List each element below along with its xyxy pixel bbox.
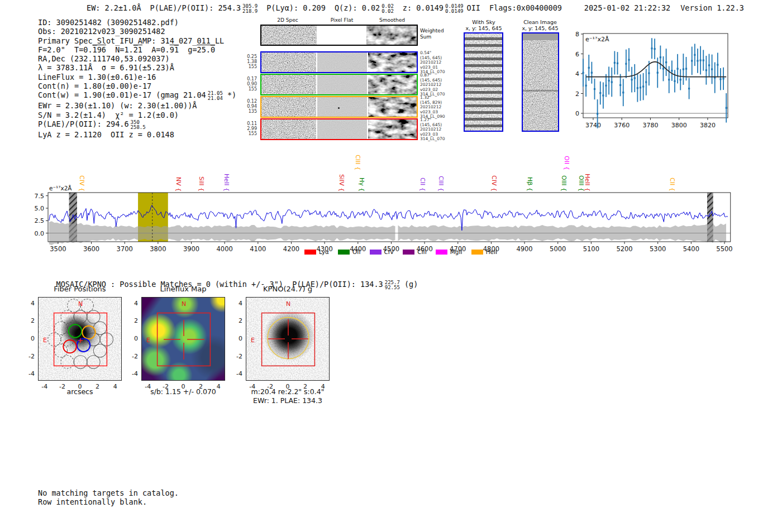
- fiber-positions-panel: NE: [38, 297, 122, 381]
- obs-line: Obs: 20210212v023_3090251482: [38, 27, 236, 36]
- legend-item: OII: [338, 248, 360, 255]
- panel-y-tick: -2: [127, 353, 138, 360]
- qz-errors: 0.020.02: [382, 4, 394, 14]
- panel-x-tick: -4: [140, 383, 156, 390]
- cont-n-line: Cont(n) = 1.80(±0.00)e-17: [38, 82, 236, 90]
- weighted-smoothed-image: [366, 26, 417, 45]
- cutout-col-title-2dspec: 2D Spec: [263, 17, 313, 23]
- legend-item: MgII: [436, 248, 462, 255]
- panel-y-tick: 2: [231, 317, 242, 324]
- compass-north-label: N: [78, 300, 83, 308]
- inset-spectrum-chart: 3740376037803800382002468e⁻¹⁷x2Å: [569, 29, 736, 132]
- plae-poii-line: P(LAE)/P(OII): 294.6350258.5: [38, 119, 236, 130]
- inset-x-tick: 3780: [642, 122, 658, 129]
- panel-y-tick: 0: [23, 335, 35, 342]
- pixelflat-image: [317, 119, 366, 139]
- report-datetime: 2025-01-02 21:22:32: [584, 3, 670, 12]
- header-qz: Q(z): 0.020.020.02: [335, 3, 394, 12]
- wavelength-line: λ = 3783.11Å σ = 6.91(±5.23)Å: [38, 63, 236, 72]
- cutout-row: [260, 74, 418, 95]
- fiber-circle: [93, 344, 106, 357]
- compass-east-label: E: [146, 337, 150, 344]
- cutout-row-left-metrics: 0.112.99155: [242, 121, 257, 136]
- panel-y-tick: 4: [231, 300, 242, 307]
- panel-x-tick: 4: [315, 383, 331, 390]
- 2dspec-image: [261, 97, 316, 117]
- weighted-2dspec-image: [261, 26, 317, 45]
- spectrum-y-tick: 2.5: [35, 217, 45, 224]
- cutout-row-exposure-label: 1.32"(145, 829)20210212v023_03314_LL_090: [420, 95, 456, 119]
- report-version: Version 1.22.3: [680, 3, 744, 12]
- legend-label: CIII: [417, 248, 427, 255]
- legend-label: HeII: [486, 248, 498, 255]
- with-sky-title: With Skyx, y: 145, 645: [456, 19, 512, 31]
- header-ew: EW: 2.2±1.0Å: [87, 3, 141, 12]
- inset-y-tick: 4: [575, 70, 579, 78]
- inset-y-tick: 2: [575, 90, 579, 98]
- header-plya: P(Lyα): 0.209: [266, 3, 326, 12]
- kpno-panel: NE: [246, 297, 330, 381]
- inset-x-tick: 3760: [614, 122, 630, 129]
- clean-top-band: [523, 33, 558, 40]
- panel-y-tick: 2: [23, 317, 35, 324]
- panel-x-tick: -4: [245, 383, 260, 390]
- kpno-xlabel2: EWr: 1. PLAE: 134.3: [226, 396, 349, 405]
- spectrum-x-tick: 5200: [616, 245, 632, 253]
- seeing-line: F=2.0" T=0.196 N=1.21 A=0.91 g=25.0: [38, 45, 236, 54]
- fiber-circle: [54, 322, 67, 334]
- legend-swatch: [304, 250, 316, 255]
- id-line: ID: 3090251482 (3090251482.pdf): [38, 18, 236, 27]
- panel-y-tick: -2: [231, 353, 242, 360]
- header-metrics: EW: 2.2±1.0ÅP(LAE)/P(OII): 254.3305.9218…: [87, 3, 571, 14]
- with-sky-panel: [464, 32, 503, 132]
- header-plae: P(LAE)/P(OII): 254.3305.9218.9: [150, 3, 258, 12]
- panel-x-tick: 2: [298, 383, 313, 390]
- smoothed-image: [368, 52, 417, 72]
- redshift-line: LyA z = 2.1120 OII z = 0.0148: [38, 130, 236, 139]
- header-meta: 2025-01-02 21:22:32Version 1.22.3: [584, 3, 744, 12]
- legend-label: Lyα: [319, 248, 329, 255]
- spectrum-x-tick: 3600: [83, 245, 99, 253]
- catalog-note-line2: Row intentionally blank.: [38, 498, 179, 507]
- panel-x-tick: 2: [193, 383, 209, 390]
- inset-y-tick: 6: [575, 51, 579, 58]
- info-block: ID: 3090251482 (3090251482.pdf) Obs: 202…: [38, 18, 236, 139]
- legend-item: CIV: [370, 248, 394, 255]
- spectrum-x-tick: 3700: [117, 245, 133, 253]
- panel-x-tick: -2: [262, 383, 278, 390]
- inset-y-tick: 0: [575, 110, 579, 117]
- fiber-circle: [61, 356, 74, 368]
- cutout-row-exposure-label: 0.87"(145, 645)20210212v023_02314_LL_070: [420, 73, 456, 97]
- cutout-row: [260, 51, 418, 73]
- smoothed-image: [368, 119, 417, 139]
- cutout-row: [260, 118, 418, 140]
- spectrum-legend: LyαOIICIVCIIIMgIIHeII: [304, 248, 497, 255]
- plae2-errors: 350258.5: [131, 120, 146, 130]
- sky-lines-overlay: [465, 33, 502, 131]
- legend-label: OII: [352, 248, 360, 255]
- cutout-row: [260, 96, 418, 118]
- spectrum-x-tick: 3800: [150, 245, 166, 253]
- inset-x-tick: 3740: [585, 122, 601, 129]
- spectrum-y-tick: 0.0: [35, 230, 45, 237]
- panel-x-tick: 2: [90, 383, 106, 390]
- spectrum-x-tick: 4000: [217, 245, 233, 253]
- gmag-errors: 21.0521.04: [208, 91, 223, 101]
- kpno-overlay: NE: [246, 298, 329, 380]
- catalog-note: No matching targets in catalog. Row inte…: [38, 489, 179, 506]
- plae-errors: 305.9218.9: [242, 4, 258, 14]
- clean-image-panel: [522, 32, 559, 132]
- panel-y-tick: 2: [127, 317, 138, 324]
- cutout-row-left-metrics: 0.170.90155: [242, 76, 257, 92]
- selected-fiber-circle: [69, 324, 82, 337]
- panel-y-tick: -4: [23, 370, 35, 377]
- clean-image-title: Clean Imagex, y: 145, 645: [512, 19, 568, 31]
- legend-item: HeII: [471, 248, 498, 255]
- kpno-title: KPNO(24.7) g: [243, 285, 332, 293]
- spectrum-x-tick: 5000: [550, 245, 566, 253]
- sn-chi2-line: S/N = 3.2(±1.4) χ² = 1.2(±0.0): [38, 111, 236, 119]
- weighted-sum-label: Weighted Sum: [420, 28, 444, 40]
- fiber-circle: [87, 356, 100, 368]
- compass-east-label: E: [43, 337, 47, 344]
- 2dspec-image: [261, 52, 316, 72]
